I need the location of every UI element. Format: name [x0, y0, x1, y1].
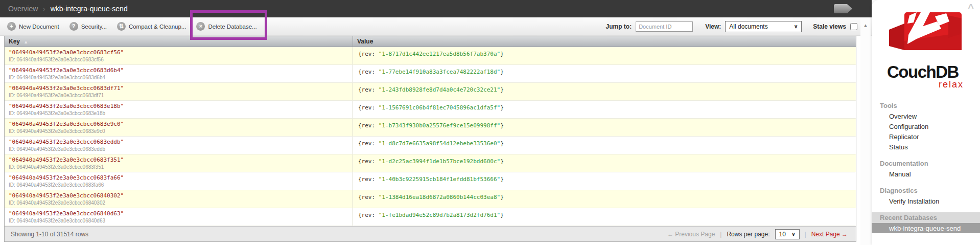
table-row[interactable]: "064940a49453f2e3a0e3cbcc0683d6b4" ID: 0… — [5, 65, 856, 83]
jump-to-input[interactable] — [636, 21, 693, 32]
vertical-scrollbar[interactable]: ▲ — [860, 17, 871, 245]
sidebar-nav: Tools Overview Configuration Replicator … — [872, 100, 980, 233]
value-cell: {rev: "1-fe1bdad94e52c89d7b2a8173d2fd76d… — [353, 208, 856, 226]
rows-per-page-value: 10 — [779, 231, 786, 238]
table-row[interactable]: "064940a49453f2e3a0e3cbcc06840d63" ID: 0… — [5, 208, 856, 226]
table-row[interactable]: "064940a49453f2e3a0e3cbcc0683eddb" ID: 0… — [5, 137, 856, 154]
value-open: {rev: — [358, 51, 379, 57]
table-row[interactable]: "064940a49453f2e3a0e3cbcc0683cf56" ID: 0… — [5, 47, 856, 65]
value-close: } — [500, 158, 504, 165]
doc-rev: "1-1567691c06b4f81ec7045896ac1dfa5f" — [379, 104, 500, 111]
sidebar-item-overview[interactable]: Overview — [872, 111, 980, 121]
table-row[interactable]: "064940a49453f2e3a0e3cbcc0683e18b" ID: 0… — [5, 101, 856, 119]
doc-key[interactable]: "064940a49453f2e3a0e3cbcc0683f351" — [9, 157, 348, 163]
column-header-key[interactable]: Key ▲ — [5, 36, 353, 47]
sort-asc-icon: ▲ — [24, 39, 28, 44]
sidebar-item-verify-installation[interactable]: Verify Installation — [872, 196, 980, 206]
table-row[interactable]: "064940a49453f2e3a0e3cbcc06840302" ID: 0… — [5, 190, 856, 208]
table-row[interactable]: "064940a49453f2e3a0e3cbcc0683f351" ID: 0… — [5, 154, 856, 172]
breadcrumb-current-database: wkb-integra-queue-send — [51, 5, 128, 13]
breadcrumb-overview-link[interactable]: Overview — [8, 5, 38, 13]
delete-database-label: Delete Database... — [208, 24, 256, 30]
doc-rev: "1-d2c25ac3994f1de1b57bce192bdd600c" — [379, 158, 500, 165]
table-row[interactable]: "064940a49453f2e3a0e3cbcc0683e9c0" ID: 0… — [5, 119, 856, 137]
doc-rev: "1-b7343f930b0a25576ef9ce15e09998ff" — [379, 122, 500, 129]
security-button[interactable]: ? Security... — [69, 22, 107, 31]
table-row[interactable]: "064940a49453f2e3a0e3cbcc0683fa66" ID: 0… — [5, 172, 856, 190]
nav-heading-tools: Tools — [872, 100, 980, 111]
toolbar-right: Jump to: View: All documents ∨ Stale vie… — [605, 21, 865, 32]
key-cell: "064940a49453f2e3a0e3cbcc0683eddb" ID: 0… — [5, 137, 353, 154]
key-column-label: Key — [9, 38, 20, 45]
sidebar-toggle[interactable] — [834, 4, 852, 13]
value-close: } — [500, 122, 504, 129]
doc-rev: "1-77ebe14f910a83a3fcea7482222af18d" — [379, 69, 500, 75]
value-close: } — [500, 86, 504, 93]
doc-id: ID: 064940a49453f2e3a0e3cbcc0683fa66 — [9, 182, 348, 188]
doc-key[interactable]: "064940a49453f2e3a0e3cbcc0683fa66" — [9, 174, 348, 181]
doc-key[interactable]: "064940a49453f2e3a0e3cbcc06840d63" — [9, 210, 348, 217]
doc-id: ID: 064940a49453f2e3a0e3cbcc0683d6b4 — [9, 75, 348, 80]
security-label: Security... — [81, 24, 107, 30]
scroll-up-icon[interactable]: ▲ — [860, 17, 871, 28]
logo-title: CouchDB — [887, 63, 964, 80]
next-page-button[interactable]: Next Page → — [811, 231, 848, 238]
key-cell: "064940a49453f2e3a0e3cbcc0683e18b" ID: 0… — [5, 101, 353, 118]
view-select[interactable]: All documents ∨ — [725, 21, 802, 32]
row-count-status: Showing 1-10 of 31514 rows — [11, 231, 88, 238]
stale-views-checkbox[interactable] — [850, 23, 857, 30]
value-cell: {rev: "1-243fdb8928fe8d7d4a0c4e720c32ce2… — [353, 83, 856, 100]
value-cell: {rev: "1-1567691c06b4f81ec7045896ac1dfa5… — [353, 101, 856, 118]
new-document-button[interactable]: + New Document — [7, 22, 59, 31]
rows-per-page-label: Rows per page: — [727, 231, 769, 238]
doc-id: ID: 064940a49453f2e3a0e3cbcc0683e18b — [9, 110, 348, 116]
couchdb-logo-graphic — [887, 11, 964, 60]
doc-key[interactable]: "064940a49453f2e3a0e3cbcc06840302" — [9, 192, 348, 199]
compact-cleanup-button[interactable]: ⇅ Compact & Cleanup... — [117, 22, 186, 31]
key-cell: "064940a49453f2e3a0e3cbcc0683fa66" ID: 0… — [5, 172, 353, 190]
nav-heading-documentation: Documentation — [872, 158, 980, 169]
previous-page-button[interactable]: ← Previous Page — [667, 231, 715, 238]
doc-id: ID: 064940a49453f2e3a0e3cbcc06840302 — [9, 200, 348, 206]
doc-key[interactable]: "064940a49453f2e3a0e3cbcc0683eddb" — [9, 139, 348, 145]
doc-key[interactable]: "064940a49453f2e3a0e3cbcc0683d6b4" — [9, 67, 348, 74]
value-open: {rev: — [358, 212, 379, 218]
doc-key[interactable]: "064940a49453f2e3a0e3cbcc0683e18b" — [9, 103, 348, 109]
value-open: {rev: — [358, 158, 379, 165]
doc-id: ID: 064940a49453f2e3a0e3cbcc0683cf56 — [9, 57, 348, 62]
value-cell: {rev: "1-b7343f930b0a25576ef9ce15e09998f… — [353, 119, 856, 136]
value-close: } — [500, 51, 504, 57]
jump-to-label: Jump to: — [605, 23, 632, 30]
value-close: } — [500, 212, 504, 218]
doc-rev: "1-40b3c9225915cb184f1efdd81bf53666" — [379, 176, 500, 183]
value-close: } — [500, 140, 504, 147]
value-open: {rev: — [358, 176, 379, 183]
sidebar-collapse-icon[interactable]: ^ — [968, 2, 974, 14]
view-label: View: — [705, 23, 721, 30]
sidebar-item-manual[interactable]: Manual — [872, 169, 980, 179]
value-cell: {rev: "1-1384d16ea18d6872a0860b144cc03ea… — [353, 190, 856, 208]
rows-per-page-select[interactable]: 10 ∨ — [775, 229, 800, 239]
value-close: } — [500, 104, 504, 111]
sidebar-item-status[interactable]: Status — [872, 142, 980, 152]
doc-id: ID: 064940a49453f2e3a0e3cbcc0683eddb — [9, 146, 348, 152]
sidebar-item-recent-database[interactable]: wkb-integra-queue-send — [872, 223, 980, 233]
column-header-value[interactable]: Value — [353, 36, 856, 47]
sidebar-item-configuration[interactable]: Configuration — [872, 121, 980, 131]
doc-key[interactable]: "064940a49453f2e3a0e3cbcc0683e9c0" — [9, 121, 348, 127]
value-open: {rev: — [358, 104, 379, 111]
table-footer: Showing 1-10 of 31514 rows ← Previous Pa… — [5, 226, 856, 241]
couchdb-logo[interactable]: CouchDB relax — [887, 11, 964, 90]
key-cell: "064940a49453f2e3a0e3cbcc0683df71" ID: 0… — [5, 83, 353, 100]
value-open: {rev: — [358, 86, 379, 93]
doc-key[interactable]: "064940a49453f2e3a0e3cbcc0683cf56" — [9, 49, 348, 56]
nav-heading-recent-databases: Recent Databases — [872, 212, 980, 223]
nav-heading-diagnostics: Diagnostics — [872, 185, 980, 196]
doc-key[interactable]: "064940a49453f2e3a0e3cbcc0683df71" — [9, 85, 348, 92]
new-document-icon: + — [7, 22, 16, 31]
sidebar-item-replicator[interactable]: Replicator — [872, 131, 980, 142]
toolbar: + New Document ? Security... ⇅ Compact &… — [0, 17, 872, 36]
delete-database-button[interactable]: × Delete Database... — [196, 22, 256, 31]
table-row[interactable]: "064940a49453f2e3a0e3cbcc0683df71" ID: 0… — [5, 83, 856, 101]
table-body: "064940a49453f2e3a0e3cbcc0683cf56" ID: 0… — [5, 47, 856, 226]
